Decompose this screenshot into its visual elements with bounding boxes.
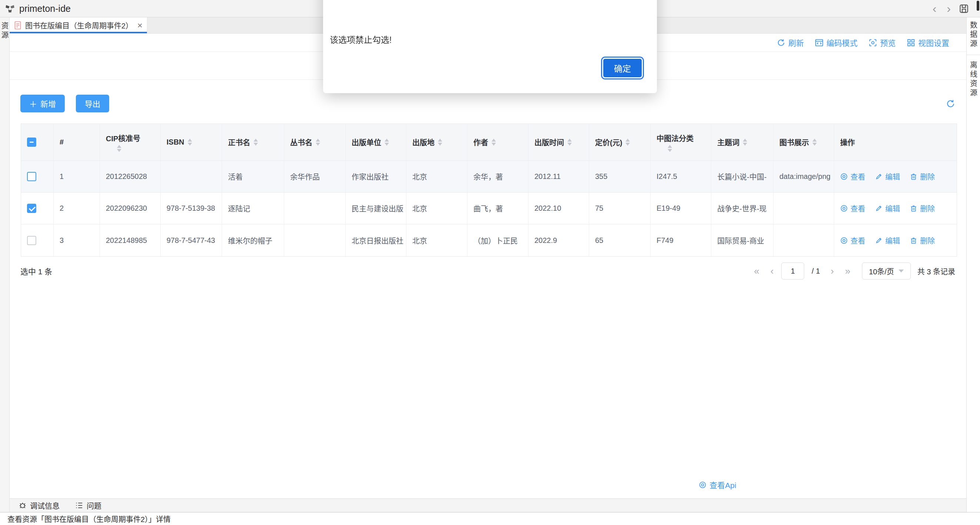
sort-icon[interactable] [668, 145, 672, 152]
sort-icon[interactable] [316, 139, 320, 146]
view-link[interactable]: 查看 [840, 203, 865, 214]
row-checkbox[interactable] [27, 236, 36, 245]
col-header-index[interactable]: # [54, 124, 100, 161]
code-mode-button[interactable]: 编码模式 [815, 37, 858, 48]
delete-link[interactable]: 删除 [910, 235, 935, 246]
pencil-icon [875, 173, 883, 181]
cell-date: 2012.11 [528, 161, 589, 193]
cell-isbn: 978-7-5139-38 [161, 193, 222, 224]
last-page-icon[interactable]: » [845, 266, 850, 276]
cell-clc: F749 [651, 224, 711, 256]
table-row: 1 2012265028 活着 余华作品 作家出版社 北京 余华，著 2012.… [21, 161, 957, 193]
sort-icon[interactable] [253, 139, 258, 146]
bug-icon [19, 501, 27, 509]
col-header-actions: 操作 [834, 124, 957, 161]
col-header-author[interactable]: 作者 [468, 124, 528, 161]
col-header-isbn[interactable]: ISBN [161, 124, 222, 161]
sort-icon[interactable] [438, 139, 442, 146]
trash-icon [910, 173, 918, 181]
col-header-publisher[interactable]: 出版单位 [346, 124, 406, 161]
debug-info-button[interactable]: 调试信息 [19, 500, 60, 511]
table-footer: 选中 1 条 « ‹ 1 / 1 › » 10条/页 共 3 条记录 [21, 262, 955, 279]
page-input[interactable]: 1 [781, 262, 804, 279]
delete-link[interactable]: 删除 [910, 203, 935, 214]
ok-button[interactable]: 确定 [602, 58, 643, 78]
nav-back-icon[interactable]: ‹ [932, 3, 937, 14]
col-header-cip[interactable]: CIP核准号 [100, 124, 161, 161]
save-icon[interactable] [959, 4, 969, 14]
page-size-select[interactable]: 10条/页 [862, 262, 911, 279]
col-header-display[interactable]: 图书展示 [773, 124, 834, 161]
sidebar-item-datasource[interactable]: 数据源 [967, 17, 980, 55]
col-header-subject[interactable]: 主题词 [711, 124, 773, 161]
actions-row: ＋ 新增 导出 [21, 95, 955, 113]
view-settings-icon [907, 38, 915, 47]
sidebar-resources[interactable]: 资源 [0, 17, 10, 512]
alert-dialog: 该选项禁止勾选! 确定 [323, 0, 657, 93]
sort-icon[interactable] [188, 139, 192, 146]
prev-page-icon[interactable]: ‹ [770, 266, 774, 276]
refresh-icon [777, 38, 785, 47]
view-link[interactable]: 查看 [840, 235, 865, 246]
col-header-clc[interactable]: 中图法分类 [651, 124, 711, 161]
first-page-icon[interactable]: « [754, 266, 759, 276]
sort-icon[interactable] [743, 139, 747, 146]
app-logo-icon [5, 3, 16, 14]
eye-icon [840, 236, 848, 244]
export-button[interactable]: 导出 [76, 95, 109, 113]
problems-button[interactable]: 问题 [75, 500, 102, 511]
row-checkbox[interactable] [27, 172, 36, 181]
edit-link[interactable]: 编辑 [875, 203, 900, 214]
view-link[interactable]: 查看 [840, 171, 865, 182]
col-header-title[interactable]: 正书名 [222, 124, 284, 161]
cell-subject: 战争史-世界-现 [711, 193, 773, 224]
edit-link[interactable]: 编辑 [875, 171, 900, 182]
delete-link[interactable]: 删除 [910, 171, 935, 182]
sort-icon[interactable] [385, 139, 389, 146]
tab-label: 图书在版编目（生命周期事件2）.formx [25, 20, 133, 31]
next-page-icon[interactable]: › [831, 266, 834, 276]
sort-icon[interactable] [625, 139, 630, 146]
view-api-link[interactable]: 查看Api [699, 479, 736, 490]
cell-place: 北京 [406, 224, 468, 256]
col-header-price[interactable]: 定价(元) [589, 124, 651, 161]
cell-title: 活着 [222, 161, 284, 193]
eye-icon [699, 481, 706, 489]
eye-icon [840, 173, 848, 181]
sort-icon[interactable] [812, 139, 817, 146]
cell-isbn: 978-7-5477-43 [161, 224, 222, 256]
sort-icon[interactable] [567, 139, 572, 146]
col-header-date[interactable]: 出版时间 [528, 124, 589, 161]
preview-button[interactable]: 预览 [869, 37, 896, 48]
cell-author: 曲飞，著 [468, 193, 528, 224]
refresh-button[interactable]: 刷新 [777, 37, 804, 48]
select-all-checkbox[interactable] [27, 138, 36, 147]
row-checkbox[interactable] [27, 204, 36, 213]
nav-forward-icon[interactable]: › [947, 3, 951, 14]
col-header-place[interactable]: 出版地 [406, 124, 468, 161]
plus-icon: ＋ [29, 98, 37, 109]
eye-icon [840, 205, 848, 212]
cell-publisher: 民主与建设出版 [346, 193, 406, 224]
preview-icon [869, 38, 877, 47]
view-settings-button[interactable]: 视图设置 [907, 37, 949, 48]
page-total: / 1 [811, 267, 820, 276]
sort-icon[interactable] [492, 139, 496, 146]
sidebar-item-offline-resources[interactable]: 离线资源 [967, 55, 980, 105]
cell-publisher: 北京日报出版社 [346, 224, 406, 256]
dialog-message: 该选项禁止勾选! [330, 35, 643, 45]
col-header-series[interactable]: 丛书名 [284, 124, 346, 161]
tab-formx[interactable]: 图书在版编目（生命周期事件2）.formx × [10, 17, 147, 33]
bottom-toolbar: 调试信息 问题 [10, 498, 966, 512]
add-button[interactable]: ＋ 新增 [21, 95, 65, 113]
table-refresh-icon[interactable] [946, 99, 955, 108]
tab-close-icon[interactable]: × [137, 21, 143, 30]
pagination: « ‹ 1 / 1 › » 10条/页 共 3 条记录 [748, 262, 955, 279]
scrollbar-thumb[interactable] [977, 1, 979, 11]
status-bar: 查看资源「图书在版编目（生命周期事件2）」详情 [0, 512, 980, 525]
selected-count: 选中 1 条 [21, 265, 52, 276]
cell-place: 北京 [406, 193, 468, 224]
sort-icon[interactable] [117, 145, 121, 152]
edit-link[interactable]: 编辑 [875, 235, 900, 246]
cell-price: 65 [589, 224, 651, 256]
